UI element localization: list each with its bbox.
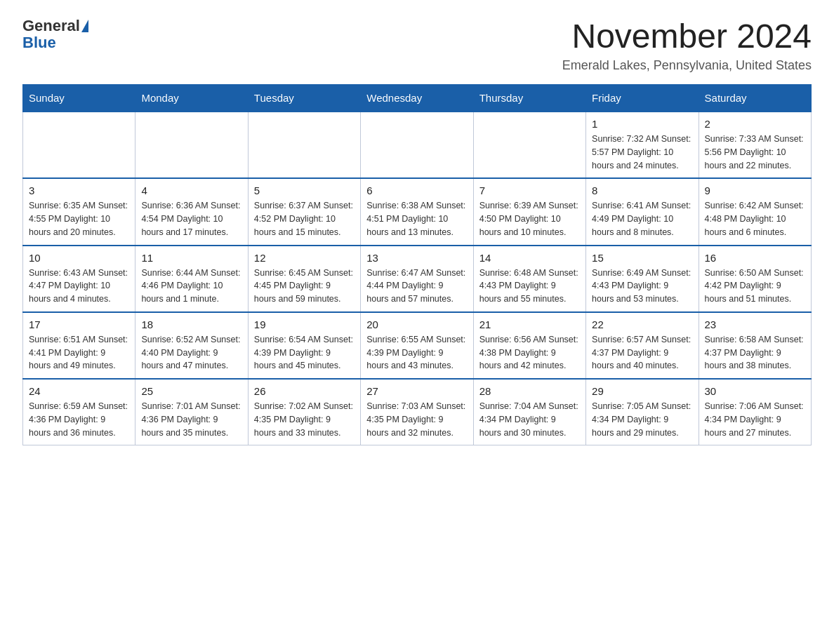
column-header-wednesday: Wednesday (361, 85, 473, 112)
day-info: Sunrise: 7:06 AM Sunset: 4:34 PM Dayligh… (705, 400, 805, 439)
title-section: November 2024 Emerald Lakes, Pennsylvani… (562, 17, 812, 73)
day-info: Sunrise: 7:03 AM Sunset: 4:35 PM Dayligh… (366, 400, 467, 439)
calendar-cell: 22Sunrise: 6:57 AM Sunset: 4:37 PM Dayli… (586, 312, 699, 379)
calendar-cell: 5Sunrise: 6:37 AM Sunset: 4:52 PM Daylig… (248, 178, 360, 245)
day-info: Sunrise: 6:50 AM Sunset: 4:42 PM Dayligh… (705, 267, 805, 306)
calendar-table: SundayMondayTuesdayWednesdayThursdayFrid… (22, 84, 812, 445)
calendar-cell: 30Sunrise: 7:06 AM Sunset: 4:34 PM Dayli… (699, 379, 811, 445)
day-number: 24 (29, 385, 129, 397)
day-number: 6 (366, 185, 467, 196)
day-number: 9 (705, 185, 805, 196)
day-number: 18 (141, 318, 241, 330)
day-info: Sunrise: 6:45 AM Sunset: 4:45 PM Dayligh… (254, 267, 355, 306)
day-info: Sunrise: 6:52 AM Sunset: 4:40 PM Dayligh… (141, 333, 241, 373)
column-header-friday: Friday (586, 85, 699, 112)
day-number: 20 (366, 318, 467, 330)
logo-general: General (22, 17, 80, 35)
day-number: 17 (29, 318, 129, 330)
day-number: 29 (592, 385, 692, 397)
day-number: 13 (366, 252, 467, 264)
day-info: Sunrise: 6:56 AM Sunset: 4:38 PM Dayligh… (479, 333, 580, 373)
day-info: Sunrise: 6:49 AM Sunset: 4:43 PM Dayligh… (592, 267, 692, 306)
day-info: Sunrise: 7:33 AM Sunset: 5:56 PM Dayligh… (705, 133, 805, 172)
day-info: Sunrise: 6:37 AM Sunset: 4:52 PM Dayligh… (254, 199, 355, 239)
column-header-thursday: Thursday (473, 85, 585, 112)
day-number: 26 (254, 385, 355, 397)
calendar-cell: 24Sunrise: 6:59 AM Sunset: 4:36 PM Dayli… (23, 379, 135, 445)
column-header-sunday: Sunday (23, 85, 135, 112)
day-info: Sunrise: 6:38 AM Sunset: 4:51 PM Dayligh… (366, 199, 467, 239)
main-title: November 2024 (562, 17, 812, 55)
column-header-tuesday: Tuesday (248, 85, 360, 112)
day-info: Sunrise: 6:44 AM Sunset: 4:46 PM Dayligh… (141, 267, 241, 306)
calendar-week-row: 10Sunrise: 6:43 AM Sunset: 4:47 PM Dayli… (23, 246, 812, 312)
day-info: Sunrise: 6:58 AM Sunset: 4:37 PM Dayligh… (705, 333, 805, 373)
day-info: Sunrise: 7:05 AM Sunset: 4:34 PM Dayligh… (592, 400, 692, 439)
calendar-cell: 26Sunrise: 7:02 AM Sunset: 4:35 PM Dayli… (248, 379, 360, 445)
day-number: 4 (141, 185, 241, 196)
calendar-week-row: 1Sunrise: 7:32 AM Sunset: 5:57 PM Daylig… (23, 112, 812, 178)
day-number: 28 (479, 385, 580, 397)
calendar-cell: 16Sunrise: 6:50 AM Sunset: 4:42 PM Dayli… (699, 246, 811, 312)
calendar-cell: 1Sunrise: 7:32 AM Sunset: 5:57 PM Daylig… (586, 112, 699, 178)
day-info: Sunrise: 6:57 AM Sunset: 4:37 PM Dayligh… (592, 333, 692, 373)
calendar-cell: 8Sunrise: 6:41 AM Sunset: 4:49 PM Daylig… (586, 178, 699, 245)
calendar-cell (473, 112, 585, 178)
calendar-cell: 10Sunrise: 6:43 AM Sunset: 4:47 PM Dayli… (23, 246, 135, 312)
logo: General Blue (22, 17, 88, 52)
day-number: 5 (254, 185, 355, 196)
calendar-cell: 2Sunrise: 7:33 AM Sunset: 5:56 PM Daylig… (699, 112, 811, 178)
day-number: 10 (29, 252, 129, 264)
calendar-cell: 4Sunrise: 6:36 AM Sunset: 4:54 PM Daylig… (135, 178, 248, 245)
day-info: Sunrise: 6:36 AM Sunset: 4:54 PM Dayligh… (141, 199, 241, 239)
day-number: 3 (29, 185, 129, 196)
calendar-cell: 6Sunrise: 6:38 AM Sunset: 4:51 PM Daylig… (361, 178, 473, 245)
day-info: Sunrise: 6:51 AM Sunset: 4:41 PM Dayligh… (29, 333, 129, 373)
day-info: Sunrise: 6:54 AM Sunset: 4:39 PM Dayligh… (254, 333, 355, 373)
day-info: Sunrise: 7:32 AM Sunset: 5:57 PM Dayligh… (592, 133, 692, 172)
subtitle: Emerald Lakes, Pennsylvania, United Stat… (562, 58, 812, 73)
day-info: Sunrise: 6:47 AM Sunset: 4:44 PM Dayligh… (366, 267, 467, 306)
day-info: Sunrise: 6:42 AM Sunset: 4:48 PM Dayligh… (705, 199, 805, 239)
day-number: 19 (254, 318, 355, 330)
calendar-cell: 9Sunrise: 6:42 AM Sunset: 4:48 PM Daylig… (699, 178, 811, 245)
column-header-saturday: Saturday (699, 85, 811, 112)
logo-blue: Blue (22, 34, 56, 52)
day-info: Sunrise: 6:59 AM Sunset: 4:36 PM Dayligh… (29, 400, 129, 439)
day-info: Sunrise: 7:02 AM Sunset: 4:35 PM Dayligh… (254, 400, 355, 439)
day-info: Sunrise: 6:35 AM Sunset: 4:55 PM Dayligh… (29, 199, 129, 239)
day-number: 30 (705, 385, 805, 397)
calendar-cell: 25Sunrise: 7:01 AM Sunset: 4:36 PM Dayli… (135, 379, 248, 445)
day-number: 12 (254, 252, 355, 264)
calendar-cell: 23Sunrise: 6:58 AM Sunset: 4:37 PM Dayli… (699, 312, 811, 379)
calendar-cell: 27Sunrise: 7:03 AM Sunset: 4:35 PM Dayli… (361, 379, 473, 445)
day-number: 21 (479, 318, 580, 330)
day-number: 2 (705, 118, 805, 130)
page-header: General Blue November 2024 Emerald Lakes… (22, 17, 812, 73)
calendar-cell: 20Sunrise: 6:55 AM Sunset: 4:39 PM Dayli… (361, 312, 473, 379)
day-number: 16 (705, 252, 805, 264)
calendar-cell: 19Sunrise: 6:54 AM Sunset: 4:39 PM Dayli… (248, 312, 360, 379)
calendar-cell (135, 112, 248, 178)
calendar-cell: 7Sunrise: 6:39 AM Sunset: 4:50 PM Daylig… (473, 178, 585, 245)
day-number: 15 (592, 252, 692, 264)
calendar-header-row: SundayMondayTuesdayWednesdayThursdayFrid… (23, 85, 812, 112)
logo-triangle-icon (81, 20, 88, 32)
calendar-cell: 13Sunrise: 6:47 AM Sunset: 4:44 PM Dayli… (361, 246, 473, 312)
calendar-cell: 3Sunrise: 6:35 AM Sunset: 4:55 PM Daylig… (23, 178, 135, 245)
calendar-cell: 12Sunrise: 6:45 AM Sunset: 4:45 PM Dayli… (248, 246, 360, 312)
calendar-cell: 21Sunrise: 6:56 AM Sunset: 4:38 PM Dayli… (473, 312, 585, 379)
calendar-week-row: 17Sunrise: 6:51 AM Sunset: 4:41 PM Dayli… (23, 312, 812, 379)
day-number: 22 (592, 318, 692, 330)
day-number: 23 (705, 318, 805, 330)
calendar-week-row: 24Sunrise: 6:59 AM Sunset: 4:36 PM Dayli… (23, 379, 812, 445)
day-number: 11 (141, 252, 241, 264)
day-info: Sunrise: 6:43 AM Sunset: 4:47 PM Dayligh… (29, 267, 129, 306)
day-number: 14 (479, 252, 580, 264)
day-info: Sunrise: 7:01 AM Sunset: 4:36 PM Dayligh… (141, 400, 241, 439)
calendar-cell (361, 112, 473, 178)
day-info: Sunrise: 6:55 AM Sunset: 4:39 PM Dayligh… (366, 333, 467, 373)
calendar-cell: 14Sunrise: 6:48 AM Sunset: 4:43 PM Dayli… (473, 246, 585, 312)
day-info: Sunrise: 6:39 AM Sunset: 4:50 PM Dayligh… (479, 199, 580, 239)
column-header-monday: Monday (135, 85, 248, 112)
